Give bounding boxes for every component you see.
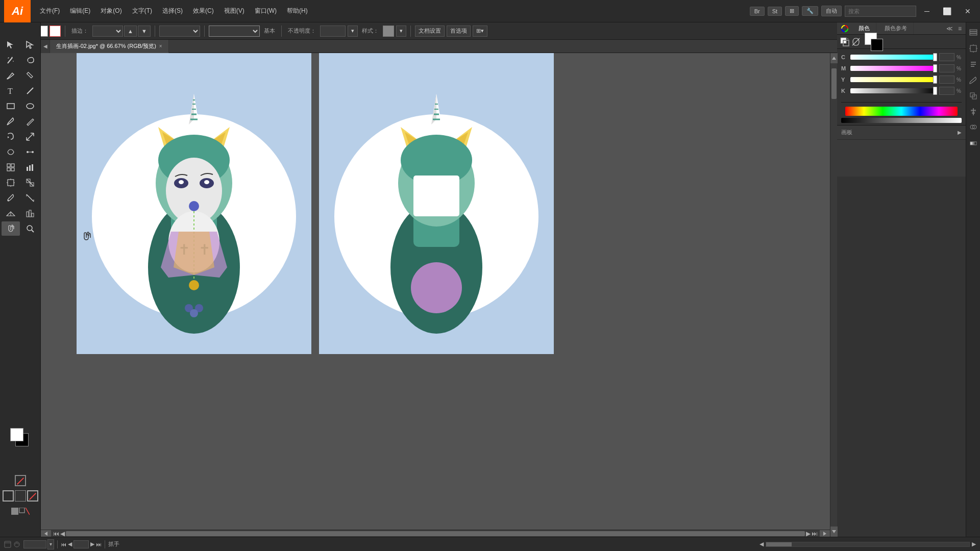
scroll-thumb-v[interactable] [831, 68, 837, 99]
nav-first-btn[interactable]: ⏮ [61, 541, 66, 547]
stroke-type-select[interactable] [92, 26, 123, 37]
page-number-input[interactable]: 1 [74, 540, 89, 548]
style-dropdown-btn[interactable]: ▾ [396, 26, 406, 37]
menu-file[interactable]: 文件(F) [35, 5, 65, 17]
measure-tool[interactable] [21, 191, 39, 205]
workspace-layout-btn[interactable]: ⊞ [785, 6, 799, 16]
scroll-down-btn[interactable] [830, 527, 838, 537]
zoom-tool[interactable] [21, 221, 39, 236]
menu-text[interactable]: 文字(T) [127, 5, 157, 17]
menu-object[interactable]: 对象(O) [95, 5, 127, 17]
paintbrush-tool[interactable] [2, 114, 20, 129]
bridge-btn[interactable]: Br [750, 7, 765, 16]
bar-chart-tool[interactable] [21, 206, 39, 220]
zoom-input[interactable]: 66.67% [23, 540, 46, 548]
scrollbar-vertical[interactable] [830, 53, 837, 537]
opacity-input[interactable]: 100% [320, 26, 346, 37]
panel-menu-btn[interactable]: ≡ [956, 25, 964, 32]
grayscale-bar[interactable] [841, 118, 962, 123]
stroke-up-btn[interactable]: ▲ [124, 26, 137, 37]
doc-settings-btn[interactable]: 文档设置 [415, 26, 445, 37]
scroll-thumb-h[interactable] [66, 531, 805, 536]
ellipse-tool[interactable] [21, 99, 39, 113]
tools-btn[interactable]: 🔧 [802, 6, 818, 16]
warp-tool[interactable] [2, 145, 20, 159]
type-tool[interactable]: T [2, 84, 20, 98]
pen-tool[interactable] [2, 68, 20, 83]
y-value-input[interactable]: 0 [939, 76, 954, 84]
gradient-icon-btn[interactable] [967, 137, 979, 151]
stock-btn[interactable]: St [768, 7, 782, 16]
quick-actions-btn[interactable] [11, 508, 30, 516]
scroll-up-btn[interactable] [830, 53, 838, 63]
swatch-white[interactable] [3, 490, 14, 502]
stroke-color-box[interactable] [50, 26, 61, 37]
hand-tool[interactable] [2, 221, 20, 236]
properties-icon-btn[interactable] [967, 58, 979, 72]
k-slider[interactable] [850, 88, 937, 93]
artboard-panel-header[interactable]: 画板 ▶ [837, 126, 966, 140]
search-input[interactable] [845, 6, 916, 17]
nav-next-btn[interactable]: ▶ [90, 541, 94, 547]
artboard-tool[interactable] [2, 176, 20, 190]
perspective-tool[interactable] [2, 206, 20, 220]
magic-wand-tool[interactable] [2, 53, 20, 67]
align-icon-btn[interactable] [967, 106, 979, 119]
scroll-left-btn[interactable] [41, 530, 51, 537]
scroll-nav-right[interactable]: ▶ [972, 541, 976, 547]
tab-close-btn[interactable]: × [159, 43, 162, 49]
menu-window[interactable]: 窗口(W) [250, 5, 282, 17]
close-btn[interactable]: ✕ [960, 0, 976, 22]
nav-last-btn[interactable]: ⏭ [96, 541, 102, 547]
select-tool[interactable] [2, 38, 20, 52]
next-page-btn[interactable]: ▶ [806, 530, 811, 537]
swatch-black[interactable] [15, 490, 26, 502]
lasso-tool[interactable] [21, 53, 39, 67]
preferences-btn[interactable]: 首选项 [447, 26, 471, 37]
c-value-input[interactable]: 0 [939, 53, 954, 61]
more-options-btn[interactable]: ⊞▾ [473, 26, 487, 37]
blend-tool[interactable] [21, 145, 39, 159]
artboard-icon-btn[interactable] [967, 42, 979, 56]
brush-style-select[interactable] [209, 26, 260, 37]
zoom-dropdown-btn[interactable]: ▾ [47, 539, 54, 549]
scroll-nav-left[interactable]: ◀ [760, 541, 764, 547]
nav-prev-btn[interactable]: ◀ [68, 541, 72, 547]
menu-view[interactable]: 视图(V) [219, 5, 250, 17]
panel-collapse-btn[interactable]: ≪ [944, 25, 955, 32]
swatch-none[interactable] [27, 490, 38, 502]
scale-tool[interactable] [21, 130, 39, 144]
menu-select[interactable]: 选择(S) [157, 5, 188, 17]
tab-scroll-left[interactable]: ◀ [41, 40, 50, 53]
auto-btn[interactable]: 自动 [821, 6, 842, 16]
foreground-swatch[interactable] [10, 428, 23, 441]
symbol-tool[interactable] [2, 160, 20, 174]
canvas-area[interactable]: ✝ ✝ [41, 53, 837, 537]
no-fill-box[interactable] [15, 475, 26, 486]
slice-tool[interactable] [21, 176, 39, 190]
pencil2-tool[interactable] [21, 114, 39, 129]
m-slider[interactable] [850, 66, 937, 71]
maximize-btn[interactable]: ⬜ [938, 0, 957, 22]
c-slider[interactable] [850, 55, 937, 60]
pathfinder-icon-btn[interactable] [967, 121, 979, 135]
y-slider[interactable] [850, 77, 937, 82]
panel-bg-swatch[interactable] [871, 39, 883, 51]
eyedropper-tool[interactable] [2, 191, 20, 205]
panel-fill-stroke-icon[interactable] [840, 37, 849, 46]
rectangle-tool[interactable] [2, 99, 20, 113]
last-page-btn[interactable]: ⏭ [812, 530, 818, 537]
k-value-input[interactable]: 0 [939, 87, 954, 95]
tab-color-ref[interactable]: 颜色参考 [878, 22, 914, 34]
minimize-btn[interactable]: ─ [919, 0, 935, 22]
direct-select-tool[interactable] [21, 38, 39, 52]
layers-icon-btn[interactable] [967, 27, 979, 40]
scroll-right-btn[interactable] [820, 530, 830, 537]
menu-help[interactable]: 帮助(H) [282, 5, 313, 17]
tab-document[interactable]: 生肖插画-02.jpg* @ 66.67% (RGB/预览) × [50, 40, 169, 53]
menu-edit[interactable]: 编辑(E) [65, 5, 95, 17]
m-value-input[interactable]: 0 [939, 64, 954, 72]
pencil-tool[interactable] [21, 68, 39, 83]
line-tool[interactable] [21, 84, 39, 98]
brushes-icon-btn[interactable] [967, 74, 979, 88]
